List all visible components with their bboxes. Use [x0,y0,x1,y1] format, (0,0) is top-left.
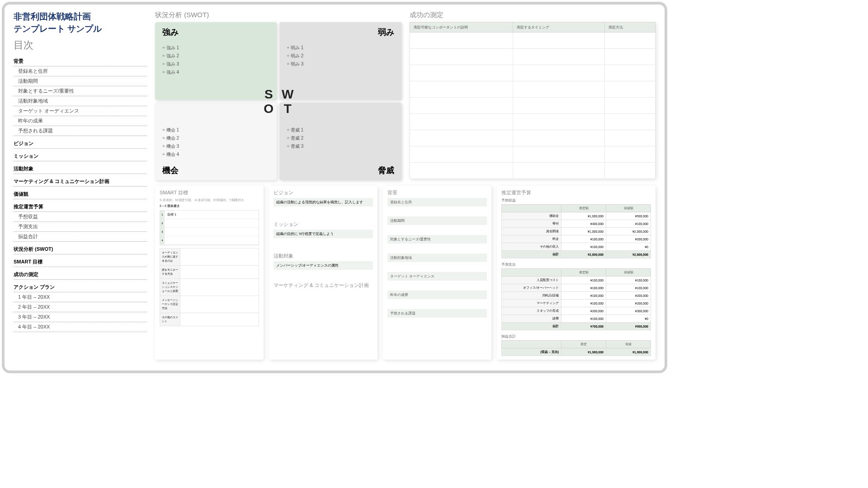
mission-heading: ミッション [274,221,373,228]
swot-item: 機会 2 [162,135,269,141]
toc-item[interactable]: 活動対象 [14,164,147,174]
swot-t-title: 脅威 [287,165,394,176]
background-item: 活動期間 [387,216,487,225]
swot-item: 弱み 2 [287,53,394,59]
toc-item[interactable]: ミッション [14,151,147,161]
smart-row-label: オーディエンスが興に達するるのは [160,249,180,266]
smart-sub2: 2～3 箇条書き [160,204,259,208]
toc-item[interactable]: 活動期間 [14,76,147,86]
smart-row-label: 誰をモニターする方法 [160,266,180,279]
swot-item: 脅威 2 [287,135,394,141]
measure-heading: 成功の測定 [410,11,656,19]
toc-item[interactable]: 背景 [14,56,147,66]
swot-item: 脅威 1 [287,127,394,133]
smart-card: SMART 目標 S:具体的、M:測定可能、A:達成可能、R:関連的、T:期限付… [155,186,264,360]
measure-table: 測定可能なコンポーネントの説明 測定するタイミング 測定方法 [410,22,656,179]
toc-item[interactable]: 推定運営予算 [14,202,147,212]
swot-item: 機会 4 [162,151,269,158]
smart-goal-1: 目標 1 [165,211,259,219]
toc-item[interactable]: 予測支出 [14,222,147,232]
toc-item[interactable]: 対象とするニーズ/重要性 [14,86,147,96]
toc-item[interactable]: 4 年目 – 20XX [14,322,147,332]
background-item: 登録名と住所 [387,198,487,206]
measure-col-1: 測定するタイミング [513,23,604,33]
toc-heading: 目次 [14,38,147,52]
swot-s-title: 強み [162,27,269,38]
swot-strengths: 強み 強み 1強み 2強み 3強み 4 [155,22,277,100]
swot-item: 強み 1 [162,45,269,51]
smart-heading: SMART 目標 [160,189,259,196]
toc-item[interactable]: 価値観 [14,189,147,199]
toc-item[interactable]: 登録名と住所 [14,66,147,76]
toc-item[interactable]: マーケティング & コミュニケーション計画 [14,177,147,187]
swot-item: 弱み 3 [287,61,394,67]
toc-item[interactable]: 予想される課題 [14,126,147,136]
measure-col-0: 測定可能なコンポーネントの説明 [410,23,513,33]
vision-sub: 組織の活動による理想的な結果を構想し、記入します [274,198,373,206]
toc-list: 背景登録名と住所活動期間対象とするニーズ/重要性活動対象地域ターゲット オーディ… [14,56,147,332]
budget-card: 推定運営予算 予想収益 推定額実績額補助金¥1,000,000¥500,000寄… [497,186,656,360]
swot-item: 機会 1 [162,127,269,133]
toc-item[interactable]: 状況分析 (SWOT) [14,244,147,254]
doc-title-line2: テンプレート サンプル [14,23,147,35]
toc-item[interactable]: ターゲット オーディエンス [14,106,147,116]
vision-card: ビジョン 組織の活動による理想的な結果を構想し、記入します ミッション 組織の目… [269,186,377,360]
swot-item: 強み 2 [162,53,269,59]
background-item: ターゲット オーディエンス [387,272,487,281]
toc-item[interactable]: 1 年目 – 20XX [14,292,147,302]
toc-item[interactable]: ビジョン [14,139,147,149]
measure-col-2: 測定方法 [605,23,656,33]
toc-item[interactable]: 昨年の成果 [14,116,147,126]
background-card: 背景 登録名と住所活動期間対象とするニーズ/重要性活動対象地域ターゲット オーデ… [383,186,491,360]
toc-item[interactable]: 3 年目 – 20XX [14,312,147,322]
budget-rev-h: 予想収益 [501,198,651,203]
swot-item: 脅威 3 [287,143,394,150]
toc-item[interactable]: 予想収益 [14,212,147,222]
swot-opportunities: 機会 1機会 2機会 3機会 4 機会 [155,103,277,180]
swot-o-title: 機会 [162,165,269,176]
swot-item: 弱み 1 [287,45,394,51]
swot-item: 強み 4 [162,69,269,75]
vision-heading: ビジョン [274,189,373,196]
background-heading: 背景 [387,189,487,196]
background-item: 活動対象地域 [387,253,487,262]
swot-heading: 状況分析 (SWOT) [155,11,401,19]
budget-heading: 推定運営予算 [501,189,651,196]
smart-row-label: その他のコメント [160,313,180,326]
toc-item[interactable]: 損益合計 [14,232,147,242]
doc-title-line1: 非営利団体戦略計画 [14,11,147,23]
toc-item[interactable]: 2 年目 – 20XX [14,302,147,312]
smart-row-label: コミュニケーションスケジュールと頻度 [160,279,180,296]
swot-item: 強み 3 [162,61,269,67]
smart-sub: S:具体的、M:測定可能、A:達成可能、R:関連的、T:期限付き [160,198,259,202]
toc-item[interactable]: SMART 目標 [14,257,147,267]
budget-exp-h: 予測支出 [501,262,651,267]
mission-sub: 組織の目的に 5行程度で定義しよう [274,230,373,238]
swot-threats: 脅威 1脅威 2脅威 3 脅威 [279,103,401,180]
toc-item[interactable]: アクション プラン [14,282,147,292]
activity-sub: メンバーシップ/オーディエンスの属性 [274,261,373,270]
swot-item: 機会 3 [162,143,269,150]
background-item: 昨年の成果 [387,291,487,299]
toc-item[interactable]: 成功の測定 [14,270,147,280]
activity-heading: 活動対象 [274,253,373,259]
swot-grid: 強み 強み 1強み 2強み 3強み 4 弱み 弱み 1弱み 2弱み 3 機会 1… [155,22,401,180]
smart-row-label: メッセージシーケンス設定方法 [160,296,180,313]
swot-w-title: 弱み [287,27,394,38]
background-item: 対象とするニーズ/重要性 [387,235,487,244]
toc-item[interactable]: 活動対象地域 [14,96,147,106]
marketing-heading: マーケティング & コミュニケーション計画 [274,282,373,289]
budget-pl-h: 損益合計 [501,334,651,339]
background-item: 予想される課題 [387,309,487,318]
swot-weaknesses: 弱み 弱み 1弱み 2弱み 3 [279,22,401,100]
